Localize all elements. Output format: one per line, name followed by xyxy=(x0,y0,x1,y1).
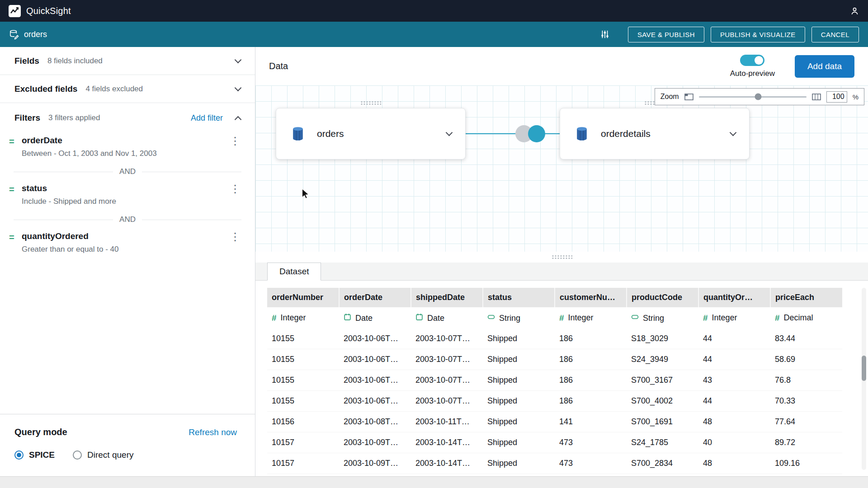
scrollbar-thumb[interactable] xyxy=(862,356,866,381)
table-cell: 186 xyxy=(555,391,627,412)
divider xyxy=(14,172,113,172)
column-header[interactable]: priceEach xyxy=(770,288,842,307)
radio-spice[interactable]: SPICE xyxy=(14,450,55,460)
query-mode-options: SPICE Direct query xyxy=(14,450,237,460)
table-body: 101552003-10-06T…2003-10-07T…Shipped186S… xyxy=(267,328,842,474)
join-venn-right-icon[interactable] xyxy=(528,125,545,142)
fit-to-window-icon[interactable] xyxy=(684,94,693,100)
column-header[interactable]: status xyxy=(483,288,555,307)
chevron-down-icon xyxy=(235,84,242,91)
kebab-menu-icon[interactable]: ⋮ xyxy=(228,136,242,146)
integer-icon: # xyxy=(703,314,708,322)
table-cell: Shipped xyxy=(483,328,555,349)
publish-visualize-button[interactable]: PUBLISH & VISUALIZE xyxy=(711,27,805,42)
fields-section-header[interactable]: Fields 8 fields included xyxy=(0,47,255,75)
database-icon xyxy=(290,126,306,142)
table-cell: 2003-10-07T… xyxy=(411,349,483,370)
column-type: String xyxy=(483,307,555,328)
column-type: Date xyxy=(411,307,483,328)
radio-direct-query[interactable]: Direct query xyxy=(73,450,133,460)
table-cell: 44 xyxy=(698,349,770,370)
settings-sliders-icon[interactable] xyxy=(600,29,610,39)
table-node-orderdetails[interactable]: orderdetails xyxy=(560,108,750,160)
radio-selected-icon xyxy=(14,450,24,460)
type-label: Integer xyxy=(568,313,594,323)
drag-handle[interactable] xyxy=(360,101,381,105)
filter-condition: Between - Oct 1, 2003 and Nov 1, 2003 xyxy=(22,149,157,158)
panel-drag-handle[interactable] xyxy=(552,255,572,259)
table-cell: 186 xyxy=(555,349,627,370)
auto-preview-toggle[interactable] xyxy=(740,55,764,66)
column-header[interactable]: quantityOr… xyxy=(698,288,770,307)
content-area: Fields 8 fields included Excluded fields… xyxy=(0,47,868,476)
column-header[interactable]: orderDate xyxy=(339,288,411,307)
table-cell: 186 xyxy=(555,328,627,349)
fit-to-screen-icon[interactable] xyxy=(812,94,821,100)
toolbar-actions: SAVE & PUBLISH PUBLISH & VISUALIZE CANCE… xyxy=(600,27,859,42)
table-cell: Shipped xyxy=(483,391,555,412)
table-cell: Shipped xyxy=(483,370,555,391)
node-name: orderdetails xyxy=(601,128,651,139)
sidebar: Fields 8 fields included Excluded fields… xyxy=(0,47,255,476)
table-header-row: orderNumberorderDateshippedDatestatuscus… xyxy=(267,288,842,307)
chevron-down-icon xyxy=(235,56,242,63)
filter-condition: Include - Shipped and more xyxy=(22,197,116,206)
column-header[interactable]: orderNumber xyxy=(267,288,339,307)
filter-item[interactable]: =orderDateBetween - Oct 1, 2003 and Nov … xyxy=(0,133,255,163)
column-header[interactable]: customerNu… xyxy=(555,288,627,307)
table-row: 101552003-10-06T…2003-10-07T…Shipped186S… xyxy=(267,328,842,349)
add-filter-button[interactable]: Add filter xyxy=(191,113,223,123)
filter-item[interactable]: =statusInclude - Shipped and more⋮ xyxy=(0,181,255,211)
column-header[interactable]: shippedDate xyxy=(411,288,483,307)
table-cell: 2003-10-11T… xyxy=(411,412,483,432)
table-cell: 473 xyxy=(555,453,627,474)
zoom-unit: % xyxy=(853,93,859,101)
kebab-menu-icon[interactable]: ⋮ xyxy=(228,231,242,242)
quicksight-logo-icon[interactable] xyxy=(8,5,21,17)
zoom-slider[interactable] xyxy=(699,96,807,98)
kebab-menu-icon[interactable]: ⋮ xyxy=(228,183,242,194)
excluded-fields-subtitle: 4 fields excluded xyxy=(85,84,143,94)
filter-item[interactable]: =quantityOrderedGreater than or equal to… xyxy=(0,229,255,258)
cancel-button[interactable]: CANCEL xyxy=(811,27,859,42)
table-cell: Shipped xyxy=(483,432,555,453)
chevron-up-icon[interactable] xyxy=(235,116,242,123)
node-name: orders xyxy=(317,128,344,139)
auto-preview-label: Auto-preview xyxy=(730,69,775,78)
type-label: Integer xyxy=(712,313,737,323)
app-topbar: QuickSight xyxy=(0,0,868,22)
table-cell: S700_3167 xyxy=(627,370,698,391)
save-publish-button[interactable]: SAVE & PUBLISH xyxy=(628,27,704,42)
table-cell: Shipped xyxy=(483,453,555,474)
excluded-fields-section-header[interactable]: Excluded fields 4 fields excluded xyxy=(0,75,255,103)
zoom-label: Zoom xyxy=(660,93,679,101)
refresh-now-button[interactable]: Refresh now xyxy=(189,427,237,437)
type-label: String xyxy=(643,314,664,323)
table-cell: S700_4002 xyxy=(627,391,698,412)
query-mode-title: Query mode xyxy=(14,427,67,437)
user-icon[interactable] xyxy=(849,6,860,16)
column-header[interactable]: productCode xyxy=(627,288,698,307)
table-cell: Shipped xyxy=(483,412,555,432)
column-type: #Integer xyxy=(555,307,627,328)
table-cell: 2003-10-07T… xyxy=(411,391,483,412)
table-cell: 2003-10-09T… xyxy=(339,453,411,474)
string-icon xyxy=(487,313,495,323)
table-cell: 76.8 xyxy=(770,370,842,391)
chevron-down-icon[interactable] xyxy=(446,129,453,136)
dataset-name[interactable]: orders xyxy=(24,30,47,39)
zoom-value-input[interactable]: 100 xyxy=(826,91,847,103)
chevron-down-icon[interactable] xyxy=(730,129,737,136)
table-scrollbar[interactable] xyxy=(862,288,866,470)
calendar-icon xyxy=(415,313,423,323)
table-node-orders[interactable]: orders xyxy=(276,108,466,160)
filter-body: statusInclude - Shipped and more xyxy=(22,183,116,206)
zoom-control: Zoom 100 % xyxy=(655,88,864,105)
zoom-slider-knob[interactable] xyxy=(755,94,761,100)
tab-dataset[interactable]: Dataset xyxy=(267,263,321,281)
dataset-edit-icon xyxy=(9,29,19,40)
filters-list: =orderDateBetween - Oct 1, 2003 and Nov … xyxy=(0,133,255,258)
join-canvas: Zoom 100 % orders xyxy=(255,85,868,252)
table-cell: 44 xyxy=(698,328,770,349)
add-data-button[interactable]: Add data xyxy=(795,55,854,78)
